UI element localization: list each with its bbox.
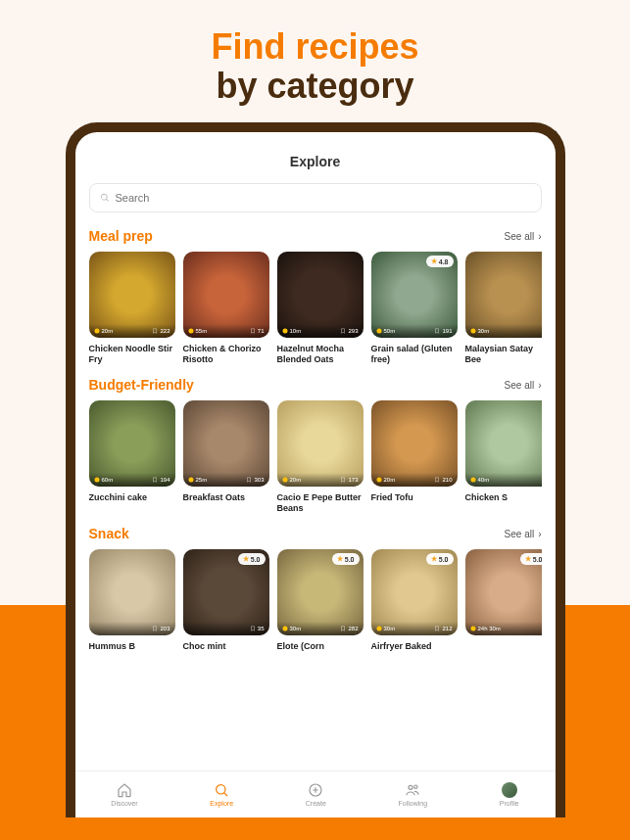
recipe-thumbnail: ★ 5.0 24h 30m [465, 549, 542, 635]
search-icon [100, 193, 110, 203]
time-value: 55m [196, 328, 208, 334]
recipe-card[interactable]: ★ 5.0 30m 282 Elote (Corn [277, 549, 363, 663]
tab-label: Explore [210, 800, 233, 807]
recipe-title: Cacio E Pepe Butter Beans [277, 492, 363, 514]
svg-point-3 [376, 329, 381, 334]
cook-time: 50m [376, 328, 396, 334]
saves-value: 203 [160, 626, 170, 631]
recipe-card[interactable]: ★ 10m 293 Hazelnut Mocha Blended Oats [277, 252, 363, 365]
time-value: 50m [384, 328, 396, 334]
rating-value: 4.8 [439, 258, 449, 265]
svg-point-1 [188, 329, 193, 334]
recipe-thumbnail: ★ 30m [465, 252, 542, 338]
cook-time: 30m [376, 626, 396, 631]
recipe-title: Chicken Noodle Stir Fry [89, 344, 175, 365]
recipe-thumbnail: ★ 5.0 30m 212 [371, 549, 458, 635]
svg-point-8 [376, 478, 381, 483]
recipe-card[interactable]: ★ 40m Chicken S [465, 400, 542, 514]
recipe-card[interactable]: ★ 5.0 24h 30m [465, 549, 542, 663]
rating-badge: ★ 5.0 [238, 553, 266, 565]
recipe-card[interactable]: ★ 5.0 35 Choc mint [183, 549, 269, 663]
recipe-thumbnail: ★ 5.0 35 [183, 549, 269, 635]
recipe-title: Breakfast Oats [183, 492, 269, 514]
hero-line2: by category [216, 66, 413, 106]
clock-icon [282, 328, 288, 334]
search-bar[interactable] [89, 183, 542, 212]
clock-icon [188, 328, 194, 334]
save-count: 293 [340, 328, 358, 334]
recipe-card[interactable]: ★ 55m 71 Chicken & Chorizo Risotto [183, 252, 269, 365]
time-value: 25m [196, 477, 208, 483]
recipe-card[interactable]: ★ 5.0 30m 212 Airfryer Baked [371, 549, 458, 663]
rating-value: 5.0 [345, 556, 355, 563]
tab-profile[interactable]: Profile [500, 782, 519, 807]
recipe-title: Fried Tofu [371, 492, 458, 514]
tab-explore[interactable]: Explore [210, 782, 233, 807]
recipe-card[interactable]: ★ 60m 194 Zucchini cake [89, 400, 175, 514]
recipe-card[interactable]: ★ 4.8 50m 191 Grain salad (Gluten free) [371, 252, 458, 365]
see-all-link[interactable]: See all › [505, 380, 542, 391]
recipe-card[interactable]: ★ 20m 210 Fried Tofu [371, 400, 458, 514]
recipe-title: Malaysian Satay Bee [465, 344, 542, 365]
save-count: 210 [434, 477, 452, 483]
svg-point-0 [94, 329, 99, 334]
recipe-thumbnail: ★ 55m 71 [183, 252, 269, 338]
rating-value: 5.0 [439, 556, 449, 563]
tab-bar: DiscoverExploreCreateFollowingProfile [75, 770, 556, 817]
time-value: 20m [102, 328, 114, 334]
recipe-title: Chicken & Chorizo Risotto [183, 344, 269, 365]
recipe-card[interactable]: ★ 30m Malaysian Satay Bee [465, 252, 542, 365]
saves-value: 222 [160, 328, 170, 334]
svg-point-18 [414, 785, 417, 788]
saves-value: 293 [348, 328, 358, 334]
clock-icon [188, 477, 194, 483]
clock-icon [470, 626, 476, 631]
star-icon: ★ [243, 555, 249, 563]
cook-time: 40m [470, 477, 490, 483]
bookmark-icon [340, 626, 346, 631]
saves-value: 71 [258, 328, 265, 334]
see-all-link[interactable]: See all › [505, 231, 542, 242]
recipe-card[interactable]: ★ 20m 173 Cacio E Pepe Butter Beans [277, 400, 363, 514]
recipe-title [465, 641, 542, 663]
recipe-thumbnail: ★ 20m 173 [277, 400, 363, 487]
tab-following[interactable]: Following [399, 782, 428, 807]
category-section: Budget-Friendly See all › ★ 60m 194 [89, 377, 542, 514]
save-count: 35 [250, 626, 265, 631]
recipe-card[interactable]: ★ 25m 303 Breakfast Oats [183, 400, 269, 514]
time-value: 10m [290, 328, 302, 334]
star-icon: ★ [431, 257, 437, 265]
see-all-label: See all [505, 231, 535, 242]
cook-time: 30m [282, 626, 302, 631]
cook-time: 10m [282, 328, 302, 334]
recipe-thumbnail: ★ 20m 210 [371, 400, 458, 487]
recipe-title: Choc mint [183, 641, 269, 663]
recipe-thumbnail: ★ 203 [89, 549, 175, 635]
search-input[interactable] [116, 192, 531, 204]
recipe-card[interactable]: ★ 20m 222 Chicken Noodle Stir Fry [89, 252, 175, 365]
category-section: Snack See all › ★ 203 [89, 526, 542, 663]
tab-create[interactable]: Create [306, 782, 326, 807]
recipe-title: Elote (Corn [277, 641, 363, 663]
save-count: 212 [434, 626, 452, 631]
cook-time: 25m [188, 477, 208, 483]
rating-badge: ★ 5.0 [520, 553, 542, 565]
see-all-link[interactable]: See all › [505, 529, 542, 539]
clock-icon [282, 626, 288, 631]
svg-point-9 [470, 478, 475, 483]
cook-time: 30m [470, 328, 490, 334]
rating-value: 5.0 [533, 556, 542, 563]
tab-label: Discover [111, 800, 137, 807]
bookmark-icon [246, 477, 252, 483]
rating-badge: ★ 5.0 [332, 553, 360, 565]
bookmark-icon [250, 626, 256, 631]
recipe-card[interactable]: ★ 203 Hummus B [89, 549, 175, 663]
bookmark-icon [152, 328, 158, 334]
clock-icon [376, 328, 382, 334]
recipe-thumbnail: ★ 60m 194 [89, 400, 175, 487]
rating-value: 5.0 [251, 556, 261, 563]
chevron-right-icon: › [538, 529, 541, 539]
tab-discover[interactable]: Discover [111, 782, 137, 807]
recipe-thumbnail: ★ 25m 303 [183, 400, 269, 487]
svg-point-12 [282, 627, 287, 631]
